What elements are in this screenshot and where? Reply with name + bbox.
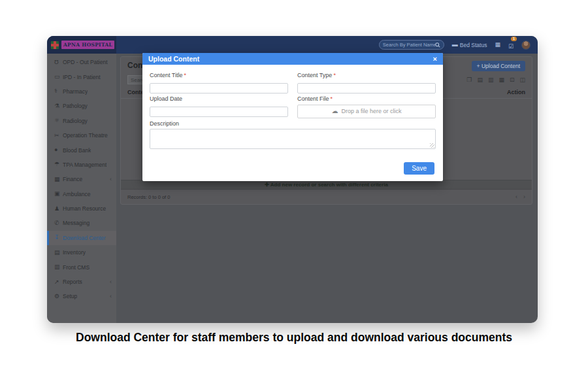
sidebar-item-label: Messaging — [63, 220, 90, 226]
upload-content-button[interactable]: + Upload Content — [472, 61, 525, 71]
content-type-label: Content Type* — [297, 72, 436, 79]
sidebar-item-label: TPA Management — [63, 162, 106, 168]
add-record-hint[interactable]: ✚ Add new record or search with differen… — [121, 180, 532, 190]
sidebar-menu: ƱOPD - Out Patient▭IPD - In Patient⚕Phar… — [47, 55, 116, 304]
navbar-actions: ▬ Bed Status ▦ ☑ 1 — [379, 39, 538, 51]
required-marker: * — [331, 95, 333, 102]
chevron-icon: ‹ — [110, 279, 112, 285]
sidebar-item-inventory[interactable]: ▤Inventory — [47, 245, 116, 260]
chart-icon: ↗ — [54, 279, 63, 285]
patient-search-input[interactable] — [379, 40, 444, 50]
csv-icon[interactable]: ▥ — [488, 77, 494, 83]
inventory-icon: ▤ — [54, 250, 63, 256]
bed-status-button[interactable]: ▬ Bed Status — [452, 42, 487, 48]
sidebar-item-setup[interactable]: ⚙Setup‹ — [47, 289, 116, 303]
dropzone-text: Drop a file here or click — [341, 108, 401, 114]
bed-icon: ▭ — [54, 74, 63, 80]
sidebar-item-ipd-in-patient[interactable]: ▭IPD - In Patient — [47, 69, 116, 84]
plus-icon: ✚ — [265, 182, 269, 188]
flask-icon: ⚗ — [54, 103, 63, 109]
gear-icon: ⚙ — [54, 294, 63, 299]
logo-text: APNA HOSPITAL — [61, 41, 114, 49]
calendar-icon[interactable]: ▦ — [495, 42, 500, 48]
sidebar-item-blood-bank[interactable]: ●Blood Bank — [47, 143, 116, 157]
pagination-next[interactable]: › — [523, 194, 525, 200]
sidebar-item-label: OPD - Out Patient — [63, 59, 108, 65]
modal-title: Upload Content — [148, 55, 199, 63]
table-toolbar: ❐▤▥▦⊡◫ — [466, 77, 525, 83]
sidebar-item-front-cms[interactable]: ▥Front CMS — [47, 260, 116, 274]
sidebar-item-label: Radiology — [63, 118, 88, 124]
records-bar: Records: 0 to 0 of 0 ‹ › — [121, 190, 532, 204]
bed-status-label: Bed Status — [460, 42, 487, 48]
save-button[interactable]: Save — [404, 162, 434, 175]
sidebar-item-ambulance[interactable]: ▣Ambulance — [47, 187, 116, 201]
modal-body: Content Title* Content Type* Upload Date… — [142, 65, 443, 149]
sidebar-item-label: Reports — [63, 279, 82, 285]
scissors-icon: ✂ — [54, 133, 63, 139]
content-file-label: Content File* — [297, 95, 436, 103]
sidebar-item-label: Operation Theatre — [63, 132, 108, 139]
megaphone-icon: ✆ — [54, 220, 63, 226]
radiology-icon: ⚛ — [54, 118, 63, 124]
finance-icon: ▦ — [54, 177, 63, 182]
patient-search-field[interactable] — [383, 42, 435, 48]
sidebar-item-label: Inventory — [63, 249, 86, 256]
pdf-icon[interactable]: ▦ — [498, 77, 504, 83]
ambulance-icon: ▣ — [54, 191, 63, 197]
sidebar-item-opd-out-patient[interactable]: ƱOPD - Out Patient — [47, 55, 116, 69]
print-icon[interactable]: ⊡ — [510, 77, 515, 83]
sidebar-item-label: Setup — [63, 293, 77, 299]
sidebar-item-pharmacy[interactable]: ⚕Pharmacy — [47, 84, 116, 99]
hospital-logo-icon — [51, 41, 59, 49]
content-title-input[interactable] — [150, 83, 288, 94]
content-type-input[interactable] — [297, 83, 436, 94]
sidebar-item-label: Human Resource — [63, 205, 106, 212]
upload-content-modal: Upload Content × Content Title* Content … — [142, 53, 443, 181]
modal-header: Upload Content × — [142, 53, 443, 65]
app-window: APNA HOSPITAL ▬ Bed Status ▦ ☑ 1 ƱO — [47, 36, 538, 323]
monitor-icon: ▥ — [54, 264, 63, 270]
app-logo[interactable]: APNA HOSPITAL — [47, 36, 116, 54]
sidebar: ƱOPD - Out Patient▭IPD - In Patient⚕Phar… — [47, 54, 116, 323]
excel-icon[interactable]: ▤ — [477, 77, 483, 83]
sidebar-item-operation-theatre[interactable]: ✂Operation Theatre — [47, 128, 116, 143]
sidebar-item-reports[interactable]: ↗Reports‹ — [47, 275, 116, 289]
sidebar-item-tpa-management[interactable]: ☂TPA Management — [47, 158, 116, 172]
pharmacy-icon: ⚕ — [54, 88, 63, 94]
upload-date-label: Upload Date — [150, 95, 288, 103]
stethoscope-icon: Ʊ — [54, 60, 63, 65]
description-label: Description — [150, 120, 436, 128]
tasks-button[interactable]: ☑ 1 — [508, 39, 514, 51]
sidebar-item-label: Ambulance — [63, 191, 91, 197]
caption: Download Center for staff members to upl… — [0, 331, 588, 345]
umbrella-icon: ☂ — [54, 162, 63, 167]
columns-icon[interactable]: ◫ — [519, 77, 525, 83]
sidebar-item-messaging[interactable]: ✆Messaging — [47, 216, 116, 230]
sidebar-item-label: Download Center — [63, 235, 106, 241]
sidebar-item-pathology[interactable]: ⚗Pathology — [47, 99, 116, 113]
copy-icon[interactable]: ❐ — [466, 77, 472, 83]
sidebar-item-radiology[interactable]: ⚛Radiology — [47, 114, 116, 128]
chevron-icon: ‹ — [110, 176, 112, 182]
sidebar-item-finance[interactable]: ▦Finance‹ — [47, 172, 116, 186]
sidebar-item-label: Blood Bank — [63, 147, 91, 154]
close-icon[interactable]: × — [433, 56, 437, 63]
required-marker: * — [333, 72, 336, 78]
upload-date-input[interactable] — [150, 107, 288, 117]
file-dropzone[interactable]: ☁ Drop a file here or click — [297, 105, 436, 118]
description-textarea[interactable] — [150, 129, 436, 149]
sidebar-item-human-resource[interactable]: ♟Human Resource — [47, 201, 116, 216]
user-avatar[interactable] — [521, 41, 531, 50]
pagination-prev[interactable]: ‹ — [515, 194, 517, 200]
sidebar-item-download-center[interactable]: ↧Download Center — [47, 231, 116, 245]
sidebar-item-label: Pharmacy — [63, 88, 88, 95]
search-icon — [435, 42, 440, 48]
required-marker: * — [184, 72, 187, 78]
tasks-icon: ☑ — [508, 43, 514, 50]
blood-drop-icon: ● — [54, 147, 63, 153]
sidebar-item-label: Front CMS — [63, 264, 90, 271]
top-navbar: APNA HOSPITAL ▬ Bed Status ▦ ☑ 1 — [47, 36, 538, 54]
content-title-label: Content Title* — [150, 72, 288, 79]
download-icon: ↧ — [54, 235, 63, 241]
